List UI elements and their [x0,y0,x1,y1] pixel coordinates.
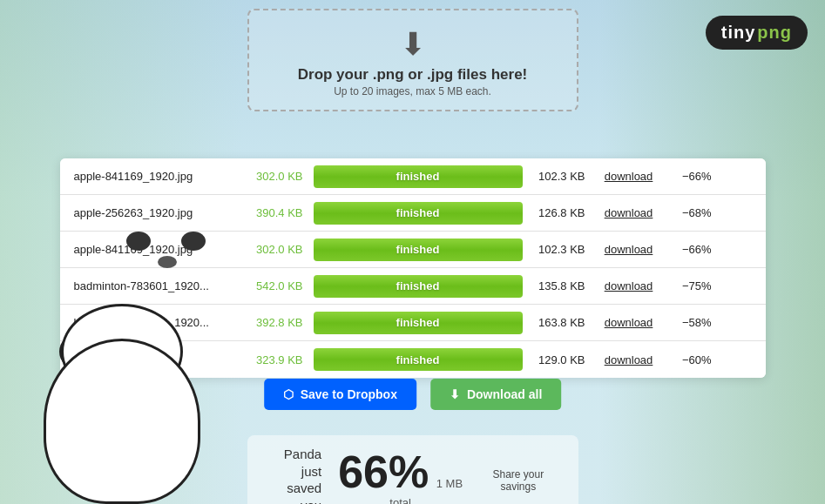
progress-text: finished [396,170,440,183]
progress-text: finished [396,206,440,219]
file-orig-size: 302.0 KB [244,170,314,183]
file-savings-percent: −58% [664,316,712,329]
panda-eye-left [126,232,151,251]
table-row: apple-841169_1920.jpg 302.0 KB finished … [60,158,766,195]
panda-nose [158,256,177,268]
progress-bar: finished [314,202,523,225]
file-orig-size: 390.4 KB [244,206,314,219]
action-buttons: ⬡ Save to Dropbox ⬇ Download all [264,379,562,410]
download-all-button[interactable]: ⬇ Download all [430,379,561,410]
file-compressed-size: 102.3 KB [523,243,594,256]
panda-body [44,339,200,504]
panda-mascot [17,330,227,504]
file-compressed-size: 126.8 KB [523,206,594,219]
savings-line2: saved you [287,480,321,504]
file-name: apple-841169_1920.jpg [74,170,244,183]
dropbox-icon: ⬡ [283,387,294,401]
savings-line1: Panda just [284,447,321,479]
savings-percent-area: 66% 1 MB total [335,449,465,504]
file-compressed-size: 129.0 KB [523,353,594,366]
savings-right: Share your savings [479,467,557,493]
progress-bar: finished [314,239,523,261]
file-compressed-size: 135.8 KB [523,279,594,292]
progress-bar: finished [314,165,523,188]
dropbox-button-label: Save to Dropbox [301,387,397,401]
file-savings-percent: −66% [664,243,712,256]
file-savings-percent: −66% [664,170,712,183]
progress-text: finished [396,243,440,256]
logo-png-text: png [757,23,792,43]
file-download-link[interactable]: download [594,353,664,366]
file-download-link[interactable]: download [594,243,664,256]
panda-eye-right [181,232,206,251]
file-orig-size: 302.0 KB [244,243,314,256]
tinypng-logo: tiny png [706,16,808,50]
file-download-link[interactable]: download [594,206,664,219]
progress-bar: finished [314,348,523,371]
download-icon: ⬇ [450,387,460,401]
share-savings-link[interactable]: Share your savings [479,468,557,493]
logo-tiny-text: tiny [721,23,756,43]
drop-subtitle: Up to 20 images, max 5 MB each. [267,85,559,97]
savings-percent: 66% [338,447,429,497]
file-savings-percent: −68% [664,206,712,219]
savings-label: Panda just saved you [268,446,322,504]
progress-bar: finished [314,312,523,334]
file-orig-size: 392.8 KB [244,316,314,329]
file-name: badminton-783601_1920... [74,279,244,292]
savings-panel: Panda just saved you 66% 1 MB total Shar… [247,435,578,504]
save-to-dropbox-button[interactable]: ⬡ Save to Dropbox [264,379,416,410]
file-name: apple-841169_1920.jpg [74,243,244,256]
file-download-link[interactable]: download [594,279,664,292]
upload-icon: ⬇ [267,26,559,63]
progress-bar: finished [314,275,523,298]
file-orig-size: 323.9 KB [244,353,314,366]
progress-text: finished [396,353,440,366]
file-compressed-size: 163.8 KB [523,316,594,329]
progress-text: finished [396,316,440,329]
file-orig-size: 542.0 KB [244,279,314,292]
file-savings-percent: −75% [664,279,712,292]
download-all-label: Download all [467,387,542,401]
drop-zone[interactable]: ⬇ Drop your .png or .jpg files here! Up … [247,9,578,111]
file-download-link[interactable]: download [594,316,664,329]
file-compressed-size: 102.3 KB [523,170,594,183]
progress-text: finished [396,279,440,292]
file-name: apple-256263_1920.jpg [74,206,244,219]
drop-title: Drop your .png or .jpg files here! [267,66,559,84]
table-row: badminton-783601_1920... 542.0 KB finish… [60,268,766,305]
file-download-link[interactable]: download [594,170,664,183]
table-row: apple-256263_1920.jpg 390.4 KB finished … [60,195,766,232]
file-savings-percent: −60% [664,353,712,366]
